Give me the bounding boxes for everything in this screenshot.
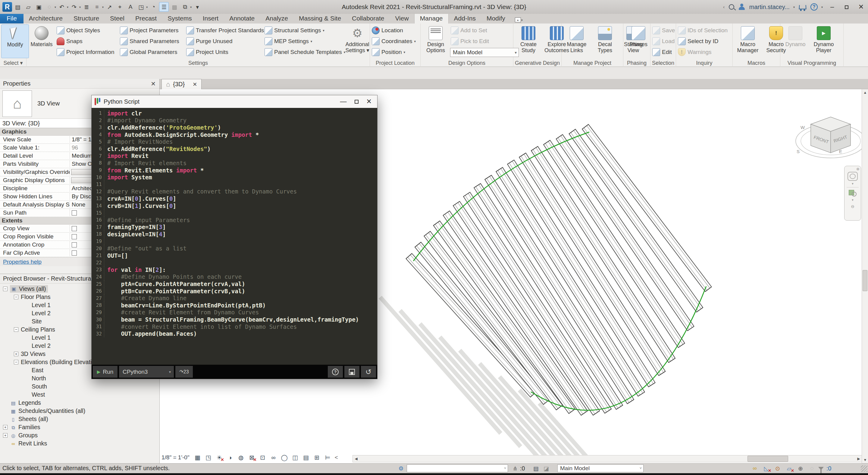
expand-icon[interactable]: + — [3, 425, 7, 429]
select-links-toggle-icon[interactable]: ∞ — [751, 465, 758, 472]
collapse-icon[interactable]: − — [14, 295, 19, 299]
qat-default-3d-view-chevron-icon[interactable]: ▾ — [146, 5, 148, 9]
ribbon-button-decal-types[interactable]: Decal Types — [591, 24, 619, 58]
qat-section-icon[interactable]: ◔ — [149, 2, 158, 12]
ribbon-button-add-to-set[interactable]: Add to Set — [450, 26, 520, 35]
python-revert-button[interactable]: ↺ — [361, 366, 376, 378]
properties-close-icon[interactable]: ✕ — [151, 80, 156, 87]
ribbon-panel-label-phasing[interactable]: Phasing — [623, 60, 650, 66]
code-editor[interactable]: 1import clr2#import Dynamo Geometry3clr.… — [92, 108, 377, 365]
ribbon-button-modify[interactable]: Modify — [1, 24, 29, 58]
qat-tag-by-category-icon[interactable]: ⌖ — [115, 2, 125, 12]
app-store-cart-icon[interactable] — [799, 5, 806, 9]
scroll-right-icon[interactable]: ▶ — [855, 455, 862, 462]
active-design-option-select[interactable]: Main Model˅ — [557, 465, 644, 472]
select-by-face-toggle-icon[interactable]: ▱✕ — [785, 465, 793, 472]
hide-analytical-model-icon[interactable]: ⊞ — [313, 454, 321, 462]
ribbon-panel-label-inquiry[interactable]: Inquiry — [676, 60, 733, 66]
ribbon-panel-label-manage-project[interactable]: Manage Project — [562, 60, 623, 66]
ribbon-button-position[interactable]: Position▾ — [371, 47, 419, 57]
worksets-icon[interactable]: ⚙ — [397, 465, 405, 472]
minimize-button[interactable]: – — [827, 3, 837, 11]
tree-item-legends[interactable]: ▤Legends — [0, 399, 159, 407]
ribbon-button-location[interactable]: Location — [371, 26, 419, 35]
wheel-menu-chevron-icon[interactable]: ▾ — [852, 182, 854, 186]
ribbon-button-create-study[interactable]: Create Study — [515, 24, 542, 58]
ribbon-button-panel-schedule-templates[interactable]: Panel Schedule Templates▾ — [264, 47, 343, 57]
crop-view-icon[interactable]: ⊠✕ — [248, 454, 256, 462]
editing-requests-icon[interactable]: ⋔ — [511, 465, 519, 472]
ribbon-combo-main-model[interactable]: Main Model — [450, 48, 519, 57]
python-maximize-icon[interactable] — [354, 100, 359, 104]
ribbon-button-transfer-project-standards[interactable]: Transfer Project Standards — [186, 26, 263, 35]
tree-item-west[interactable]: West — [0, 391, 159, 399]
tree-item-sheets-all[interactable]: ▯Sheets (all) — [0, 415, 159, 423]
python-save-button[interactable] — [344, 366, 360, 378]
ribbon-button-macro-manager[interactable]: Macro Manager — [734, 24, 762, 58]
checkbox-far-clip-active[interactable] — [72, 250, 77, 256]
ribbon-panel-label-design-options[interactable]: Design Options — [421, 60, 513, 66]
design-options-dialog-icon[interactable]: ▤ — [532, 465, 540, 472]
python-help-button[interactable]: ? — [328, 366, 343, 378]
active-only-icon[interactable]: ◪ — [542, 465, 550, 472]
navbar-close-icon[interactable]: ⊗ — [856, 167, 860, 171]
checkbox-sun-path[interactable] — [72, 210, 77, 215]
ribbon-panel-label-selection[interactable]: Selection — [650, 60, 676, 66]
ribbon-button-coordinates[interactable]: Coordinates▾ — [371, 36, 419, 46]
ribbon-tab-architecture[interactable]: Architecture — [24, 13, 68, 24]
select-pinned-toggle-icon[interactable]: ⊙ — [774, 465, 781, 472]
ribbon-button-additional-settings[interactable]: Additional Settings ▾ — [343, 24, 371, 58]
engine-select[interactable]: CPython3 — [119, 366, 174, 378]
qat-text-icon[interactable]: A — [126, 2, 135, 12]
ribbon-panel-label-select[interactable]: Select ▾ — [0, 60, 26, 66]
ribbon-tab-annotate[interactable]: Annotate — [224, 13, 260, 24]
ribbon-panel-toggle[interactable]: ▴▾ — [515, 18, 523, 22]
checkbox-annotation-crop[interactable] — [72, 242, 77, 247]
ribbon-button-design-options[interactable]: Design Options — [422, 24, 450, 58]
python-close-icon[interactable]: ✕ — [366, 98, 372, 106]
select-underlay-toggle-icon[interactable]: ◺✕ — [762, 465, 770, 472]
detail-level-icon[interactable]: ▦ — [194, 454, 202, 462]
ribbon-button-save[interactable]: Save — [652, 26, 675, 35]
collapse-icon[interactable]: − — [14, 327, 19, 332]
temporary-hide-isolate-icon[interactable]: ∞ — [270, 454, 277, 462]
reveal-constraints-icon[interactable]: ⊨ — [324, 454, 332, 462]
ribbon-button-structural-settings[interactable]: Structural Settings▾ — [264, 26, 343, 35]
qat-measure-icon[interactable]: ⌗ — [92, 2, 102, 12]
ribbon-button-snaps[interactable]: Snaps — [56, 36, 119, 46]
restore-button[interactable] — [841, 3, 852, 11]
ribbon-button-edit[interactable]: Edit — [652, 47, 675, 57]
python-minimize-icon[interactable]: — — [340, 98, 347, 106]
qat-close-hidden-windows-icon[interactable]: ▩ — [169, 2, 179, 12]
ribbon-button-project-parameters[interactable]: Project Parameters — [119, 26, 185, 35]
checkbox-crop-view[interactable] — [72, 226, 77, 231]
qat-print-icon[interactable]: ≣ — [82, 2, 91, 12]
zoom-tool-icon[interactable] — [848, 189, 857, 197]
qat-redo-icon[interactable]: ↷ — [69, 2, 79, 12]
qat-default-3d-view-icon[interactable]: ◳ — [136, 2, 146, 12]
tree-item-schedules-quantities-all[interactable]: ▦Schedules/Quantities (all) — [0, 407, 159, 415]
ribbon-tab-massing-site[interactable]: Massing & Site — [293, 13, 346, 24]
vertical-scroll-thumb[interactable] — [863, 270, 867, 291]
qat-revit-logo-icon[interactable]: R — [2, 2, 12, 12]
ribbon-tab-steel[interactable]: Steel — [104, 13, 130, 24]
close-button[interactable]: ✕ — [856, 3, 866, 11]
ribbon-tab-precast[interactable]: Precast — [130, 13, 162, 24]
worksharing-display-icon[interactable]: ◫ — [291, 454, 299, 462]
ribbon-button-pick-to-edit[interactable]: Pick to Edit — [450, 36, 520, 46]
crop-region-icon[interactable]: ⊡ — [259, 454, 267, 462]
ribbon-button-object-styles[interactable]: Object Styles — [56, 26, 119, 35]
ribbon-tab-systems[interactable]: Systems — [162, 13, 197, 24]
ribbon-button-mep-settings[interactable]: MEP Settings▾ — [264, 36, 343, 46]
ribbon-button-dynamo[interactable]: Dynamo — [781, 24, 809, 58]
reveal-hidden-elements-icon[interactable]: ◯ — [280, 454, 288, 462]
vcb-collapse-icon[interactable]: < — [335, 454, 338, 461]
user-avatar-icon[interactable] — [739, 4, 745, 10]
ribbon-tab-view[interactable]: View — [390, 13, 414, 24]
checkbox-crop-region-visible[interactable] — [72, 234, 77, 239]
expand-icon[interactable]: + — [14, 352, 19, 356]
ribbon-tab-structure[interactable]: Structure — [68, 13, 104, 24]
ribbon-button-purge-unused[interactable]: Purge Unused — [186, 36, 263, 46]
ribbon-tab-insert[interactable]: Insert — [197, 13, 224, 24]
visual-style-icon[interactable]: ◳ — [205, 454, 212, 462]
